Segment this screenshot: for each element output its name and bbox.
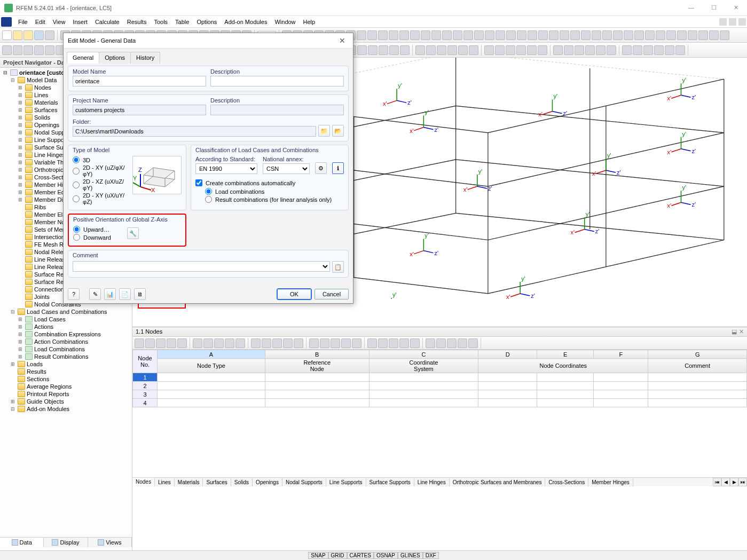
standard-info-icon[interactable]: ℹ — [332, 162, 344, 174]
table-toolbar-icon[interactable] — [309, 338, 319, 348]
toolbar-icon[interactable] — [709, 30, 719, 40]
menu-calculate[interactable]: Calculate — [92, 18, 123, 26]
tree-item[interactable]: ⊞Loads — [0, 360, 132, 368]
model-name-input[interactable] — [73, 76, 206, 86]
toolbar-icon[interactable] — [484, 45, 494, 55]
table-toolbar-icon[interactable] — [436, 338, 446, 348]
type-2d-xy-radio[interactable]: 2D - XY (uZ/φX/φY) — [73, 164, 128, 178]
table-toolbar-icon[interactable] — [135, 338, 144, 348]
toolbar-icon[interactable] — [596, 45, 606, 55]
mdi-restore-icon[interactable] — [729, 18, 736, 26]
table-toolbar-icon[interactable] — [447, 338, 457, 348]
orientation-upward-radio[interactable]: Upward… — [73, 225, 111, 233]
status-cartes[interactable]: CARTES — [347, 552, 374, 559]
menu-edit[interactable]: Edit — [32, 18, 49, 26]
table-toolbar-icon[interactable] — [352, 338, 361, 348]
toolbar-icon[interactable] — [581, 30, 591, 40]
cancel-button[interactable]: Cancel — [314, 289, 349, 299]
table-tab[interactable]: Solids — [231, 478, 253, 486]
orientation-downward-radio[interactable]: Downward — [73, 233, 111, 241]
status-dxf[interactable]: DXF — [423, 552, 439, 559]
table-toolbar-icon[interactable] — [378, 338, 388, 348]
tree-item[interactable]: Printout Reports — [0, 390, 132, 398]
table-toolbar-icon[interactable] — [235, 338, 245, 348]
folder-open-icon[interactable]: 📂 — [332, 125, 344, 137]
toolbar-icon[interactable] — [602, 30, 612, 40]
toolbar-icon[interactable] — [622, 45, 632, 55]
toolbar-icon[interactable] — [34, 30, 44, 40]
toolbar-icon[interactable] — [560, 30, 569, 40]
table-toolbar-icon[interactable] — [458, 338, 467, 348]
status-snap[interactable]: SNAP — [308, 552, 328, 559]
col-node-type[interactable]: Node Type — [158, 359, 265, 373]
row-header[interactable]: 1 — [133, 373, 158, 382]
toolbar-icon[interactable] — [624, 30, 633, 40]
table-toolbar-icon[interactable] — [399, 338, 409, 348]
table-toolbar-icon[interactable] — [294, 338, 303, 348]
toolbar-icon[interactable] — [675, 45, 685, 55]
toolbar-icon[interactable] — [528, 30, 537, 40]
toolbar-icon[interactable] — [442, 30, 452, 40]
tree-item[interactable]: ⊟Add-on Modules — [0, 405, 132, 413]
toolbar-icon[interactable] — [410, 30, 420, 40]
table-toolbar-icon[interactable] — [367, 338, 377, 348]
toolbar-icon[interactable] — [426, 45, 436, 55]
col-comment[interactable]: Comment — [648, 359, 747, 373]
menu-window[interactable]: Window — [271, 18, 298, 26]
col-letter-B[interactable]: B — [265, 350, 369, 359]
table-tab[interactable]: Materials — [175, 478, 203, 486]
toolbar-icon[interactable] — [23, 45, 33, 55]
toolbar-icon[interactable] — [564, 45, 573, 55]
dlg-icon-3[interactable]: 📄 — [119, 288, 131, 300]
row-header[interactable]: 3 — [133, 390, 158, 399]
tree-item[interactable]: Results — [0, 368, 132, 375]
table-toolbar-icon[interactable] — [225, 338, 234, 348]
type-2d-xz-radio[interactable]: 2D - XZ (uX/uZ/φY) — [73, 178, 128, 192]
col-letter-G[interactable]: G — [648, 350, 747, 359]
result-combinations-radio[interactable]: Result combinations (for linear analysis… — [195, 195, 344, 203]
tab-general[interactable]: General — [67, 52, 99, 64]
table-toolbar-icon[interactable] — [156, 338, 166, 348]
toolbar-icon[interactable] — [469, 45, 478, 55]
toolbar-icon[interactable] — [45, 30, 54, 40]
tree-item[interactable]: ⊞Guide Objects — [0, 398, 132, 405]
toolbar-icon[interactable] — [431, 30, 441, 40]
tree-item[interactable]: ⊞Actions — [0, 323, 132, 330]
toolbar-icon[interactable] — [415, 45, 425, 55]
table-pin-icon[interactable]: ⬓ — [732, 328, 737, 335]
comment-pick-icon[interactable]: 📋 — [332, 261, 344, 273]
toolbar-icon[interactable] — [538, 45, 547, 55]
menu-help[interactable]: Help — [300, 18, 319, 26]
table-toolbar-icon[interactable] — [167, 338, 176, 348]
col-node-no[interactable]: Node No. — [133, 350, 158, 373]
tab-options[interactable]: Options — [99, 52, 131, 64]
model-desc-input[interactable] — [210, 76, 344, 86]
tree-item[interactable]: ⊞Result Combinations — [0, 353, 132, 360]
dlg-icon-4[interactable]: 🗎 — [134, 288, 146, 300]
menu-options[interactable]: Options — [193, 18, 220, 26]
toolbar-icon[interactable] — [656, 30, 665, 40]
nav-tab-views[interactable]: Views — [88, 538, 132, 547]
toolbar-icon[interactable] — [378, 30, 388, 40]
toolbar-icon[interactable] — [13, 30, 22, 40]
table-tab[interactable]: Line Hinges — [414, 478, 450, 486]
menu-addon[interactable]: Add-on Modules — [221, 18, 270, 26]
table-toolbar-icon[interactable] — [203, 338, 213, 348]
toolbar-icon[interactable] — [553, 45, 563, 55]
table-toolbar-icon[interactable] — [426, 338, 435, 348]
table-close-icon[interactable]: ✕ — [739, 328, 744, 335]
tree-item[interactable]: ⊟Load Cases and Combinations — [0, 308, 132, 316]
toolbar-icon[interactable] — [516, 45, 526, 55]
toolbar-icon[interactable] — [379, 45, 388, 55]
dialog-close-button[interactable]: ✕ — [336, 36, 349, 45]
tree-item[interactable]: ⊞Action Combinations — [0, 338, 132, 345]
col-node-coords[interactable]: Node Coordinates — [478, 359, 648, 373]
toolbar-icon[interactable] — [538, 30, 548, 40]
toolbar-icon[interactable] — [23, 30, 33, 40]
toolbar-icon[interactable] — [368, 45, 378, 55]
annex-select[interactable]: CSN — [263, 163, 310, 174]
standard-settings-icon[interactable]: ⚙ — [315, 162, 327, 174]
minimize-button[interactable]: — — [684, 3, 698, 12]
status-glines[interactable]: GLINES — [398, 552, 423, 559]
table-tab[interactable]: Surfaces — [203, 478, 231, 486]
